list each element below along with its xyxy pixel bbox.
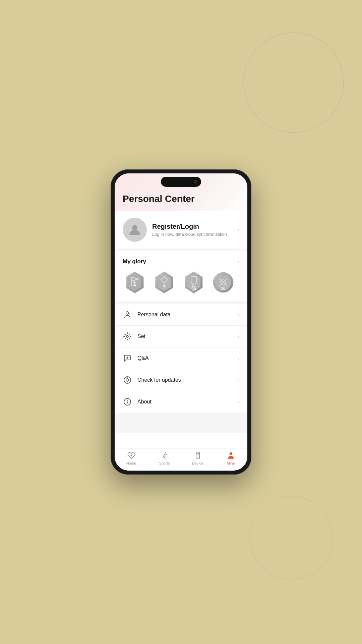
svg-text:1: 1 xyxy=(133,280,136,287)
tab-bar: Home Sports xyxy=(115,448,247,471)
menu-label-personal-data: Personal data xyxy=(137,312,237,318)
person-icon xyxy=(123,310,132,319)
svg-point-27 xyxy=(165,452,166,453)
svg-point-0 xyxy=(132,225,137,230)
svg-text:30: 30 xyxy=(191,287,196,291)
page-title: Personal Center xyxy=(123,194,239,204)
tab-sports[interactable]: Sports xyxy=(148,451,181,465)
menu-item-set[interactable]: Set › xyxy=(115,326,247,347)
badge-30: 30 xyxy=(182,270,206,294)
profile-section[interactable]: Register/Login Log in now, data cloud sy… xyxy=(115,211,247,251)
menu-label-check-updates: Check for updates xyxy=(137,377,237,383)
svg-point-17 xyxy=(126,312,129,314)
profile-chevron: › xyxy=(237,226,239,233)
menu-section: Personal data › Set › xyxy=(115,304,247,413)
profile-name: Register/Login xyxy=(152,223,237,230)
tab-home-label: Home xyxy=(126,461,136,465)
glory-header[interactable]: My glory › xyxy=(123,258,239,265)
bottom-spacer xyxy=(115,413,247,433)
svg-point-18 xyxy=(126,335,128,337)
menu-chevron-check-updates: › xyxy=(237,377,239,384)
content-area: Register/Login Log in now, data cloud sy… xyxy=(115,211,247,448)
profile-info: Register/Login Log in now, data cloud sy… xyxy=(152,223,237,237)
menu-item-about[interactable]: About › xyxy=(115,391,247,413)
notch xyxy=(161,177,201,187)
settings-icon xyxy=(123,332,132,341)
svg-point-31 xyxy=(229,452,232,455)
menu-chevron-qna: › xyxy=(237,355,239,362)
menu-label-about: About xyxy=(137,399,237,405)
home-tab-icon xyxy=(127,451,136,460)
mine-tab-icon xyxy=(227,451,235,460)
svg-point-22 xyxy=(127,380,128,380)
menu-item-qna[interactable]: Q&A › xyxy=(115,347,247,369)
qa-icon xyxy=(123,354,132,363)
info-icon xyxy=(123,397,132,407)
avatar-icon xyxy=(128,223,141,236)
menu-item-personal-data[interactable]: Personal data › xyxy=(115,304,247,326)
badge-7: 7 xyxy=(152,270,176,294)
menu-chevron-about: › xyxy=(237,398,239,406)
menu-label-set: Set xyxy=(137,333,237,339)
badge-1: 1 xyxy=(123,270,147,294)
glory-chevron: › xyxy=(237,258,239,265)
menu-label-qna: Q&A xyxy=(137,355,237,361)
badges-row: 1 xyxy=(123,270,239,294)
svg-text:10: 10 xyxy=(221,286,226,291)
tab-mine[interactable]: Mine xyxy=(214,451,247,465)
update-icon xyxy=(123,375,132,385)
camera-dot xyxy=(194,180,197,183)
tab-home[interactable]: Home xyxy=(115,451,148,465)
svg-text:7: 7 xyxy=(163,284,166,289)
tab-sports-label: Sports xyxy=(159,461,170,465)
tab-mine-label: Mine xyxy=(227,461,235,465)
menu-chevron-set: › xyxy=(237,333,239,340)
sports-tab-icon xyxy=(160,451,169,460)
phone-screen: Personal Center Register/Login Log in no… xyxy=(115,173,247,471)
badge-10: 10 xyxy=(211,270,235,294)
glory-section: My glory › xyxy=(115,251,247,304)
menu-item-check-updates[interactable]: Check for updates › xyxy=(115,369,247,391)
menu-chevron-personal-data: › xyxy=(237,311,239,318)
tab-device-label: Device xyxy=(192,461,203,465)
phone-frame: Personal Center Register/Login Log in no… xyxy=(111,169,251,475)
glory-title: My glory xyxy=(123,258,146,265)
device-tab-icon xyxy=(193,451,202,460)
svg-rect-30 xyxy=(197,453,199,454)
avatar xyxy=(123,218,147,242)
tab-device[interactable]: Device xyxy=(181,451,214,465)
profile-subtitle: Log in now, data cloud synchronization xyxy=(152,232,237,237)
